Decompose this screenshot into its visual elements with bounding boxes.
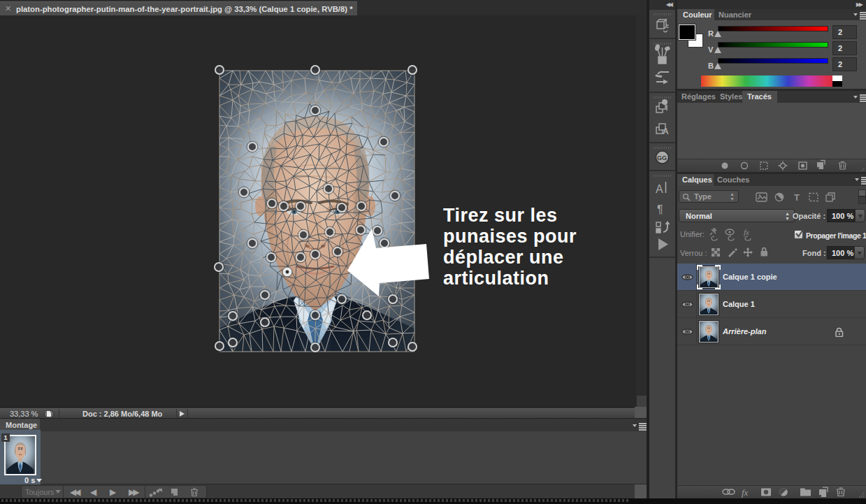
svg-text:fx: fx: [742, 487, 749, 498]
svg-text:¶: ¶: [657, 203, 663, 215]
svg-text:A: A: [663, 127, 669, 136]
svg-text:T: T: [794, 192, 800, 203]
svg-text:GG: GG: [657, 154, 667, 161]
svg-text:A: A: [656, 183, 663, 195]
svg-text:fx: fx: [744, 228, 749, 236]
